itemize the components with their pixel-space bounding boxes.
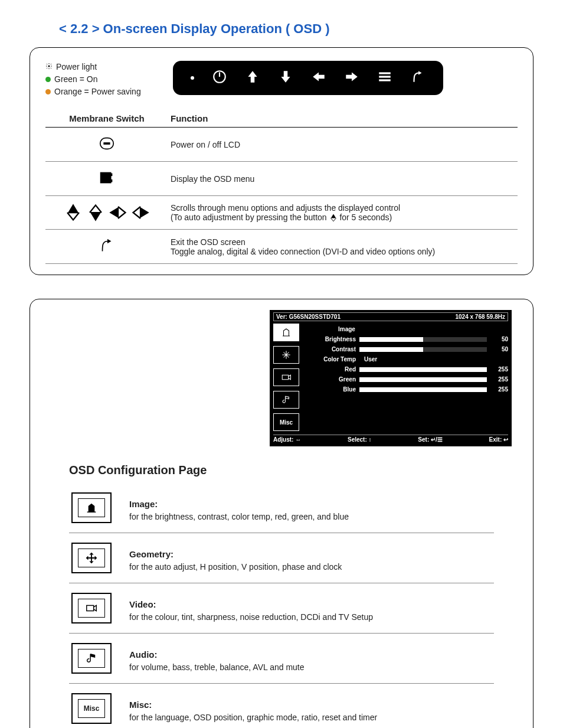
switch-function-table: Membrane Switch Function Power on / off … bbox=[45, 110, 518, 264]
osd-row: Blue255 bbox=[303, 386, 508, 393]
led-icon bbox=[191, 76, 194, 80]
legend-green: Green = On bbox=[54, 73, 98, 86]
osd-row-label: Brightness bbox=[303, 336, 356, 342]
config-item: Image:for the brightness, contrast, colo… bbox=[69, 483, 494, 533]
config-item-text: Audio:for volume, bass, treble, balance,… bbox=[129, 648, 305, 674]
osd-tab-geometry-icon bbox=[273, 346, 299, 364]
config-item-text: Image:for the brightness, contrast, colo… bbox=[129, 498, 349, 524]
svg-point-0 bbox=[48, 66, 50, 67]
osd-row: Brightness50 bbox=[303, 336, 508, 342]
exit-button-icon bbox=[45, 230, 168, 264]
legend-orange: Orange = Power saving bbox=[54, 86, 141, 98]
config-item: Audio:for volume, bass, treble, balance,… bbox=[69, 634, 494, 684]
arrow-buttons-icon bbox=[48, 204, 166, 221]
osd-config-panel: Ver: G56SN20SSTD701 1024 x 768 59.8Hz Mi… bbox=[30, 299, 533, 728]
osd-row: Contrast50 bbox=[303, 346, 508, 352]
svg-rect-4 bbox=[379, 76, 391, 77]
table-row: Exit the OSD screen Toggle analog, digit… bbox=[45, 230, 518, 264]
power-icon bbox=[212, 69, 227, 87]
table-row: Power on / off LCD bbox=[45, 128, 518, 162]
svg-rect-8 bbox=[100, 172, 112, 184]
osd-screenshot: Ver: G56SN20SSTD701 1024 x 768 59.8Hz Mi… bbox=[270, 310, 512, 446]
osd-tab-audio-icon bbox=[273, 391, 299, 409]
config-list: Image:for the brightness, contrast, colo… bbox=[69, 483, 494, 728]
osd-row-value: User bbox=[364, 356, 377, 363]
osd-rows: Brightness50Contrast50Color TempUserRed2… bbox=[303, 336, 508, 393]
osd-row-label: Green bbox=[303, 376, 356, 383]
osd-row-bar bbox=[359, 347, 487, 352]
exit-icon bbox=[410, 69, 425, 87]
config-item-text: Video:for the colour, tint, sharpness, n… bbox=[129, 598, 373, 624]
osd-row-bar bbox=[359, 367, 487, 372]
menu-icon bbox=[377, 69, 392, 87]
row-fn: Display the OSD menu bbox=[168, 162, 518, 196]
osd-row-bar bbox=[359, 387, 487, 392]
menu-button-icon bbox=[45, 162, 168, 196]
power-button-icon bbox=[45, 128, 168, 162]
osd-row-value: 50 bbox=[490, 346, 508, 352]
keypad-graphic bbox=[173, 61, 443, 95]
config-item-icon bbox=[71, 543, 112, 573]
osd-hint-exit: Exit: ↩ bbox=[489, 436, 508, 443]
svg-rect-12 bbox=[87, 606, 94, 611]
osd-row-value: 255 bbox=[490, 376, 508, 383]
legend-power-light: Power light bbox=[56, 61, 97, 73]
table-row: Scrolls through menu options and adjusts… bbox=[45, 196, 518, 230]
osd-row-bar bbox=[359, 337, 487, 342]
config-item-text: Geometry:for the auto adjust, H position… bbox=[129, 548, 342, 574]
config-item-text: Misc:for the language, OSD position, gra… bbox=[129, 698, 377, 724]
arrow-up-icon bbox=[245, 69, 260, 87]
osd-tab-misc-icon: Misc bbox=[273, 413, 299, 431]
osd-row-value: 50 bbox=[490, 336, 508, 342]
config-item-icon bbox=[71, 492, 112, 523]
row-fn: Exit the OSD screen Toggle analog, digit… bbox=[168, 230, 518, 264]
config-item: Video:for the colour, tint, sharpness, n… bbox=[69, 583, 494, 634]
osd-row-value: 255 bbox=[490, 366, 508, 373]
osd-row-bar bbox=[359, 377, 487, 382]
svg-rect-5 bbox=[379, 79, 391, 81]
svg-rect-3 bbox=[379, 72, 391, 74]
osd-config-title: OSD Configuration Page bbox=[69, 463, 518, 477]
osd-tab-video-icon bbox=[273, 368, 299, 386]
row-fn: Power on / off LCD bbox=[168, 128, 518, 162]
osd-heading: Image bbox=[338, 326, 508, 332]
col-switch: Membrane Switch bbox=[45, 110, 168, 128]
svg-rect-9 bbox=[110, 174, 113, 177]
osd-row-label: Red bbox=[303, 366, 356, 373]
col-function: Function bbox=[168, 110, 518, 128]
osd-resolution: 1024 x 768 59.8Hz bbox=[455, 314, 505, 320]
osd-hint-set: Set: ↵/☰ bbox=[418, 436, 442, 443]
osd-row-value: 255 bbox=[490, 386, 508, 393]
gear-icon bbox=[45, 61, 53, 73]
config-item-icon bbox=[71, 593, 112, 623]
arrow-left-icon bbox=[311, 69, 326, 87]
config-item: Geometry:for the auto adjust, H position… bbox=[69, 533, 494, 583]
osd-version: Ver: G56SN20SSTD701 bbox=[276, 314, 341, 320]
green-dot-icon bbox=[45, 77, 51, 82]
config-item: MiscMisc:for the language, OSD position,… bbox=[69, 684, 494, 728]
osd-hint-adjust: Adjust: ↔ bbox=[273, 436, 301, 443]
osd-row-label: Blue bbox=[303, 386, 356, 393]
orange-dot-icon bbox=[45, 89, 51, 94]
page-title: < 2.2 > On-screen Display Operation ( OS… bbox=[59, 21, 504, 37]
osd-hint-select: Select: ↕ bbox=[348, 436, 372, 443]
osd-row: Green255 bbox=[303, 376, 508, 383]
up-arrow-inline-icon bbox=[329, 213, 338, 222]
membrane-switch-panel: Power light Green = On Orange = Power sa… bbox=[30, 47, 533, 275]
config-item-icon bbox=[71, 643, 112, 674]
osd-row: Color TempUser bbox=[303, 356, 508, 363]
svg-rect-11 bbox=[282, 376, 289, 380]
legend: Power light Green = On Orange = Power sa… bbox=[45, 61, 518, 98]
config-item-icon: Misc bbox=[71, 693, 112, 724]
svg-rect-10 bbox=[110, 179, 113, 182]
arrow-down-icon bbox=[278, 69, 293, 87]
osd-tab-image-icon bbox=[273, 324, 299, 341]
row-fn: Scrolls through menu options and adjusts… bbox=[168, 196, 518, 230]
table-row: Display the OSD menu bbox=[45, 162, 518, 196]
osd-row-label: Contrast bbox=[303, 346, 356, 352]
osd-row: Red255 bbox=[303, 366, 508, 373]
osd-row-label: Color Temp bbox=[303, 356, 356, 363]
arrow-right-icon bbox=[344, 69, 359, 87]
